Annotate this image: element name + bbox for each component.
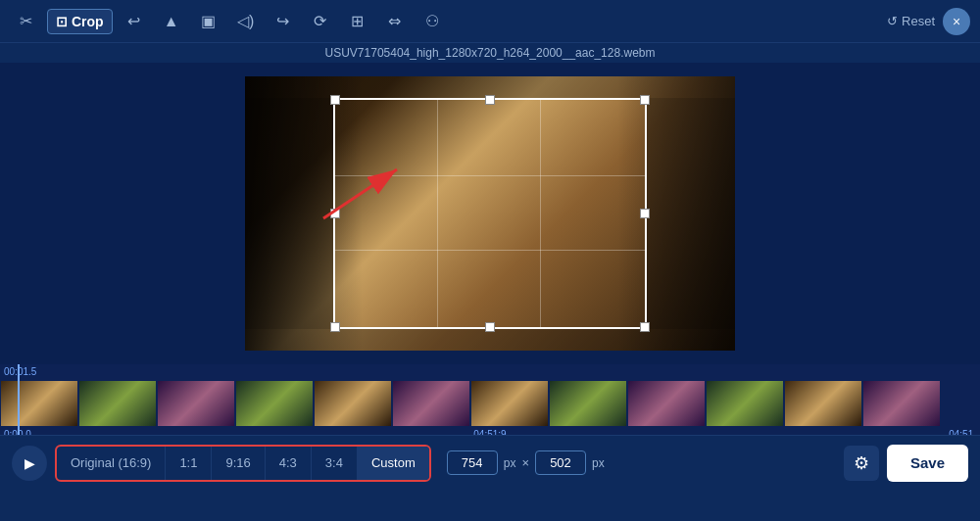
reset-icon: ↺ bbox=[887, 14, 898, 28]
handle-top-mid[interactable] bbox=[485, 95, 495, 105]
grid-h1 bbox=[335, 175, 645, 176]
overlay-bottom bbox=[245, 329, 735, 351]
dimension-display: px × px bbox=[447, 450, 605, 475]
overlay-right bbox=[647, 98, 735, 329]
ratio-4x3-label: 4:3 bbox=[279, 455, 297, 470]
crop2-icon[interactable]: ⊞ bbox=[342, 6, 373, 37]
grid-v1 bbox=[437, 100, 438, 327]
timeline-end-time: 04:51. bbox=[949, 429, 976, 435]
timeline-times: 0:00.0 04:51:9 04:51. bbox=[0, 427, 980, 435]
undo-icon[interactable]: ↩ bbox=[119, 6, 150, 37]
warning-icon[interactable]: ▲ bbox=[156, 6, 187, 37]
ratio-custom-label: Custom bbox=[371, 455, 416, 470]
close-icon: × bbox=[953, 14, 960, 29]
thumbnail-3 bbox=[157, 380, 235, 427]
timeline-playhead[interactable] bbox=[18, 364, 20, 435]
thumbnail-7 bbox=[470, 380, 549, 427]
toolbar-right: ↺ Reset × bbox=[887, 8, 970, 35]
reset-label: Reset bbox=[902, 14, 935, 28]
ratio-selector: Original (16:9) 1:1 9:16 4:3 3:4 Custom bbox=[55, 445, 431, 482]
timeline-strip bbox=[0, 380, 980, 427]
timeline-mid-time: 04:51:9 bbox=[473, 429, 506, 435]
filename-bar: USUV71705404_high_1280x720_h264_2000__aa… bbox=[0, 43, 980, 63]
loop-icon[interactable]: ⟳ bbox=[305, 6, 336, 37]
reset-button[interactable]: ↺ Reset bbox=[887, 14, 935, 28]
person-icon[interactable]: ⚇ bbox=[416, 6, 448, 37]
thumbnail-5 bbox=[314, 380, 392, 427]
thumbnail-9 bbox=[627, 380, 706, 427]
settings-button[interactable]: ⚙ bbox=[844, 446, 879, 481]
height-input[interactable] bbox=[535, 450, 586, 475]
ratio-9x16-label: 9:16 bbox=[225, 455, 250, 470]
square-icon[interactable]: ▣ bbox=[193, 6, 224, 37]
toolbar: ✂ ⊡ Crop ↩ ▲ ▣ ◁) ↪ ⟳ ⊞ ⇔ ⚇ ↺ Reset × bbox=[0, 0, 980, 43]
handle-top-left[interactable] bbox=[330, 95, 340, 105]
ratio-4x3-button[interactable]: 4:3 bbox=[266, 447, 312, 480]
thumbnail-6 bbox=[392, 380, 470, 427]
play-icon: ▶ bbox=[24, 455, 35, 471]
thumbnail-2 bbox=[78, 380, 157, 427]
crop-grid bbox=[335, 100, 645, 327]
cut-icon[interactable]: ✂ bbox=[10, 6, 41, 37]
timeline-current-time: 00:01.5 bbox=[4, 366, 36, 377]
handle-top-right[interactable] bbox=[640, 95, 650, 105]
width-px-label: px bbox=[504, 456, 516, 470]
ratio-3x4-button[interactable]: 3:4 bbox=[312, 447, 358, 480]
video-frame bbox=[245, 76, 735, 351]
grid-h2 bbox=[335, 250, 645, 251]
crop-rectangle[interactable] bbox=[333, 98, 647, 329]
crop-overlay bbox=[245, 76, 735, 351]
ratio-9x16-button[interactable]: 9:16 bbox=[212, 447, 265, 480]
height-px-label: px bbox=[592, 456, 605, 470]
handle-mid-right[interactable] bbox=[640, 209, 650, 218]
ratio-custom-button[interactable]: Custom bbox=[358, 447, 429, 480]
gear-icon: ⚙ bbox=[854, 452, 869, 474]
crop-label: Crop bbox=[72, 14, 104, 29]
preview-area bbox=[0, 63, 980, 364]
thumbnail-8 bbox=[549, 380, 627, 427]
timeline-area: 00:01.5 0:00.0 04:51:9 04:51. bbox=[0, 364, 980, 435]
thumbnail-12 bbox=[862, 380, 941, 427]
bottom-controls: ▶ Original (16:9) 1:1 9:16 4:3 3:4 Custo… bbox=[0, 435, 980, 490]
crop-icon: ⊡ bbox=[56, 14, 68, 29]
ratio-original-button[interactable]: Original (16:9) bbox=[57, 447, 166, 480]
text-icon[interactable]: ⇔ bbox=[379, 6, 411, 37]
handle-bottom-mid[interactable] bbox=[485, 322, 495, 332]
ratio-original-label: Original (16:9) bbox=[71, 455, 151, 470]
handle-bottom-left[interactable] bbox=[330, 322, 340, 332]
ratio-1x1-label: 1:1 bbox=[179, 455, 197, 470]
save-label: Save bbox=[910, 454, 945, 471]
handle-mid-left[interactable] bbox=[330, 209, 340, 218]
grid-v2 bbox=[540, 100, 541, 327]
play-button[interactable]: ▶ bbox=[12, 446, 47, 481]
thumbnail-11 bbox=[784, 380, 862, 427]
dimension-x: × bbox=[521, 455, 529, 470]
crop-button[interactable]: ⊡ Crop bbox=[47, 9, 113, 34]
thumbnail-10 bbox=[706, 380, 784, 427]
width-input[interactable] bbox=[447, 450, 498, 475]
overlay-left bbox=[245, 98, 333, 329]
ratio-1x1-button[interactable]: 1:1 bbox=[166, 447, 212, 480]
save-button[interactable]: Save bbox=[887, 445, 968, 482]
handle-bottom-right[interactable] bbox=[640, 322, 650, 332]
volume-icon[interactable]: ◁) bbox=[230, 6, 262, 37]
redo-icon[interactable]: ↪ bbox=[268, 6, 299, 37]
thumbnail-4 bbox=[235, 380, 314, 427]
thumbnail-1 bbox=[0, 380, 78, 427]
close-button[interactable]: × bbox=[943, 8, 970, 35]
ratio-3x4-label: 3:4 bbox=[325, 455, 343, 470]
filename-text: USUV71705404_high_1280x720_h264_2000__aa… bbox=[325, 46, 656, 60]
